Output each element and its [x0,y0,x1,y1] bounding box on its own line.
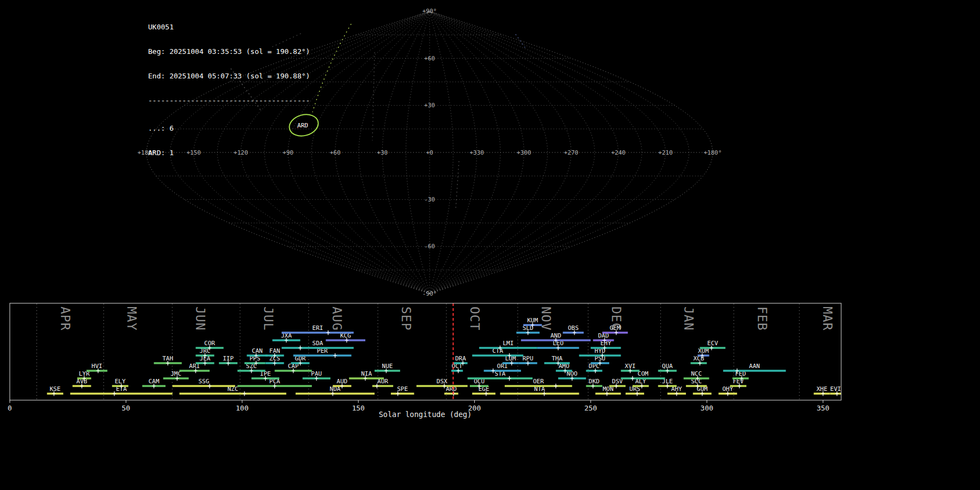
shower-bar-ETA [70,393,173,395]
session-begin: Beg: 20251004 03:35:53 (sol = 190.82°) [148,47,310,56]
sporadic-count: ...: 6 [148,124,310,132]
map-meridian [382,11,430,293]
sporadic-trail [456,161,459,209]
shower-bar-CTA [472,354,523,357]
separator-line: -------------------------------------- [148,96,310,105]
shower-label-IIP: IIP [223,355,234,362]
shower-label-SDA: SDA [313,340,323,347]
shower-peak-STA [507,376,511,381]
shower-label-DKD: DKD [589,378,599,385]
shower-bar-SSG [173,385,235,387]
map-lon-label: +30 [377,149,388,156]
month-label-MAR: MAR [820,307,835,331]
shower-label-DRA: DRA [455,355,466,362]
x-tick-label-100: 100 [236,404,248,412]
shower-bar-ARD [444,393,458,395]
shower-peak-NZC [243,391,246,396]
sporadic-trail [372,52,375,140]
shower-label-EVI: EVI [830,385,841,393]
shower-label-NCC: NCC [691,370,702,377]
x-tick-label-350: 350 [817,404,829,412]
shower-label-OER: OER [533,378,544,385]
map-lon-label: +270 [564,149,579,156]
map-lat-label: -30 [424,196,435,203]
shower-bar-STA [468,377,533,379]
shower-label-THA: THA [552,355,562,362]
map-lat-label: -60 [424,243,435,250]
shower-bar-DRA [454,362,468,364]
shower-peak-COM [631,376,634,381]
shower-label-TAH: TAH [162,355,173,362]
shower-bar-AAN [723,370,786,372]
shower-label-XVI: XVI [625,363,636,370]
shower-label-OBS: OBS [568,324,579,332]
shower-label-SSG: SSG [198,378,209,385]
month-label-MAY: MAY [125,307,139,331]
shower-bar-ORI [484,370,521,372]
shower-label-NUE: NUE [382,363,393,370]
shower-label-AND: AND [550,332,561,339]
month-label-FEB: FEB [755,307,769,331]
shower-peak-ERI [327,330,330,335]
month-label-SEP: SEP [399,307,413,331]
x-tick-label-0: 0 [8,404,12,412]
shower-label-HVI: HVI [91,363,102,370]
shower-bar-SPE [391,393,414,395]
map-lat-label: +30 [424,102,435,109]
shower-bar-ERI [281,332,353,334]
activity-timeline-chart: APRMAYJUNJULAUGSEPOCTNOVDECJANFEBMARKSEE… [8,303,841,412]
x-axis-label: Solar longitude (deg) [379,410,472,419]
shower-peak-PER [333,353,336,358]
shower-bar-OER [505,385,572,387]
month-label-NOV: NOV [539,307,553,331]
map-lon-label: +0 [426,149,433,156]
x-tick-label-150: 150 [352,404,364,412]
shower-label-CAN: CAN [252,347,263,354]
shower-bar-EGE [472,393,495,395]
map-lon-label: +300 [517,149,531,156]
x-tick-label-250: 250 [584,404,597,412]
map-lon-label: +180° [703,149,721,156]
map-lat-label: +60 [424,55,435,62]
station-id: UK0051 [148,23,310,31]
observation-info: UK0051 Beg: 20251004 03:35:53 (sol = 190… [148,7,310,173]
map-lon-label: +210 [658,149,673,156]
shower-bar-NDA [296,393,375,395]
shower-label-PAU: PAU [311,370,322,377]
shower-label-NIA: NIA [361,370,372,377]
shower-peak-SDA [298,346,302,350]
shower-label-DSX: DSX [437,378,448,385]
shower-label-FAN: FAN [270,347,280,354]
sporadic-trail [516,34,526,50]
map-lat-label: -90° [422,290,437,297]
shower-label-XHE: XHE [817,385,828,393]
month-label-JUN: JUN [193,307,207,331]
shower-bar-COM [621,377,665,379]
shower-label-KUM: KUM [527,317,538,324]
shower-peak-OER [554,384,558,388]
shower-label-SPE: SPE [397,385,408,393]
shower-bar-PER [293,354,352,357]
shower-label-ELY: ELY [115,378,126,385]
month-label-JUL: JUL [261,307,275,331]
shower-label-RPU: RPU [523,355,534,362]
shower-bar-NTA [500,393,579,395]
shower-label-CAM: CAM [149,378,160,385]
x-tick-label-50: 50 [122,404,131,412]
month-label-OCT: OCT [468,307,482,331]
ard-count: ARD: 1 [148,149,310,157]
shower-bar-SDA [281,347,353,349]
session-end: End: 20251004 05:07:33 (sol = 190.88°) [148,72,310,80]
month-label-APR: APR [58,307,72,331]
map-lon-label: +60 [330,149,341,156]
shower-label-AUD: AUD [336,378,347,385]
shower-bar-NZC [180,393,286,395]
map-lon-label: +240 [611,149,626,156]
shower-label-GEM: GEM [610,324,621,332]
shower-bar-DSX [416,385,468,387]
shower-label-QUA: QUA [662,363,673,370]
shower-label-ECV: ECV [707,340,718,347]
shower-bar-URS [626,393,644,395]
map-lon-label: +330 [469,149,484,156]
shower-label-KSE: KSE [50,385,60,393]
